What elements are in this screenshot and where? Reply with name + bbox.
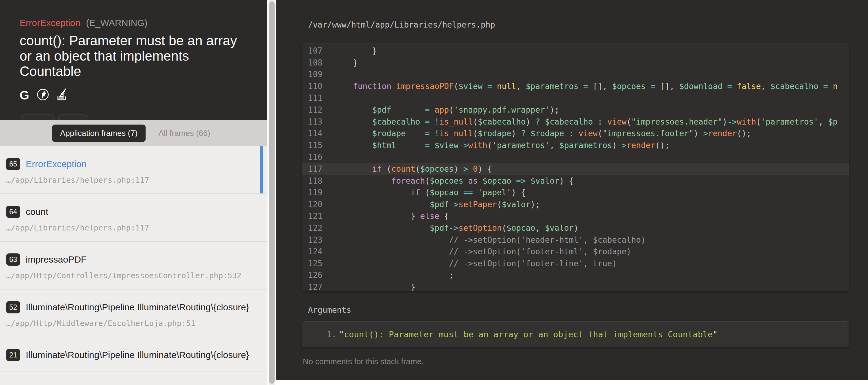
line-number: 126 [302,269,328,281]
exception-header: ErrorException (E_WARNING) count(): Para… [0,0,267,120]
duckduckgo-search-icon[interactable] [36,88,49,102]
no-comments-text: No comments for this stack frame. [303,357,424,366]
line-code: $cabecalho = !is_null($cabecalho) ? $cab… [328,116,838,128]
line-code: // ->setOption('header-html', $cabecalho… [328,234,646,246]
frame-head: 52Illuminate\Routing\Pipeline Illuminate… [6,299,254,315]
line-code: } [328,57,358,69]
line-number: 109 [302,69,328,80]
code-line: 120 $pdf->setPaper($valor); [302,199,849,211]
line-number: 127 [302,281,328,291]
google-search-icon[interactable]: G [20,89,29,101]
frames-list: 65ErrorException…/app/Libraries/helpers.… [0,146,267,385]
line-number: 122 [302,222,328,234]
frame-name: Illuminate\Routing\Pipeline Illuminate\R… [26,347,249,363]
frame-path: …/app/Http/Controllers/ImpressoesControl… [6,271,254,280]
line-number: 107 [302,45,328,57]
frame-path: …/app/Libraries/helpers.php:117 [6,223,254,233]
code-line: 125 // ->setOption('footer-line', true) [302,258,849,270]
frame-path: …/app/Libraries/helpers.php:117 [6,176,254,185]
tab-all-frames[interactable]: All frames (66) [157,128,212,138]
line-code: $rodape = !is_null($rodape) ? $rodape : … [328,128,751,140]
line-code: foreach($opcoes as $opcao => $valor) { [328,175,574,187]
frame-detail-panel: /var/www/html/app/Libraries/helpers.php … [276,0,868,380]
line-code: // ->setOption('footer-html', $rodape) [328,246,631,258]
line-code: if (count($opcoes) > 0) { [328,163,492,175]
arguments-heading: Arguments [308,306,351,315]
code-line: 113 $cabecalho = !is_null($cabecalho) ? … [302,116,849,128]
line-code [328,92,334,104]
code-viewer: 107 }108 }109110 function impressaoPDF($… [302,43,849,291]
line-code: $pdf->setPaper($valor); [328,199,540,211]
line-number: 121 [302,210,328,222]
line-number: 117 [302,163,328,175]
frame-index-badge: 63 [6,253,20,266]
frame-name: ErrorException [26,156,87,172]
frame-row[interactable]: 65ErrorException…/app/Libraries/helpers.… [0,146,267,194]
line-number: 113 [302,116,328,128]
exception-message: count(): Parameter must be an array or a… [20,33,240,79]
code-line: 123 // ->setOption('header-html', $cabec… [302,234,849,246]
line-code: $pdf = app('snappy.pdf.wrapper'); [328,104,559,116]
code-line: 111 [302,92,849,104]
code-line-highlighted: 117 if (count($opcoes) > 0) { [302,163,849,175]
line-code: ; [328,269,454,281]
line-number: 114 [302,128,328,140]
argument-value: count(): Parameter must be an array or a… [344,329,713,339]
code-line: 122 $pdf->setOption($opcao, $valor) [302,222,849,234]
argument-index: 1. [322,329,337,339]
exception-class: ErrorException [20,18,80,28]
line-code: } [328,281,415,291]
line-number: 125 [302,258,328,270]
exception-severity: (E_WARNING) [86,18,148,28]
line-number: 111 [302,92,328,104]
line-number: 124 [302,246,328,258]
frame-row[interactable]: 52Illuminate\Routing\Pipeline Illuminate… [0,289,267,337]
argument-open-quote: " [339,329,344,339]
frame-head: 21Illuminate\Routing\Pipeline Illuminate… [6,347,254,363]
stackoverflow-search-icon[interactable] [57,88,67,102]
line-code: if ($opcao == 'papel') { [328,187,526,199]
code-line: 127 } [302,281,849,291]
frame-name: impressaoPDF [26,252,87,268]
line-number: 108 [302,57,328,69]
argument-item: 1."count(): Parameter must be an array o… [302,329,849,339]
frame-name: count [26,204,48,220]
left-panel: ErrorException (E_WARNING) count(): Para… [0,0,267,385]
code-line: 112 $pdf = app('snappy.pdf.wrapper'); [302,104,849,116]
frame-index-badge: 52 [6,301,20,313]
code-line: 114 $rodape = !is_null($rodape) ? $rodap… [302,128,849,140]
exception-title: ErrorException (E_WARNING) [20,18,254,28]
line-number: 116 [302,151,328,163]
error-page: ErrorException (E_WARNING) count(): Para… [0,0,868,385]
line-code [328,69,334,80]
clipped-header-button-1[interactable] [21,114,55,120]
code-line: 115 $html = $view->with('parametros', $p… [302,140,849,151]
code-line: 118 foreach($opcoes as $opcao => $valor)… [302,175,849,187]
frame-row[interactable]: 21Illuminate\Routing\Pipeline Illuminate… [0,337,267,372]
frame-path: …/app/Http/Middleware/EscolherLoja.php:5… [6,319,254,328]
line-code: $html = $view->with('parametros', $param… [328,140,670,151]
line-number: 123 [302,234,328,246]
tab-application-frames[interactable]: Application frames (7) [52,125,146,142]
code-line: 116 [302,151,849,163]
line-number: 119 [302,187,328,199]
frame-row[interactable]: 64count…/app/Libraries/helpers.php:117 [0,194,267,242]
arguments-box: 1."count(): Parameter must be an array o… [302,321,849,347]
line-number: 110 [302,80,328,93]
argument-close-quote: " [713,329,717,339]
code-line: 126 ; [302,269,849,281]
line-code: // ->setOption('footer-line', true) [328,258,617,270]
line-number: 115 [302,140,328,151]
code-line: 108 } [302,57,849,69]
code-line: 124 // ->setOption('footer-html', $rodap… [302,246,849,258]
line-code: $pdf->setOption($opcao, $valor) [328,222,578,234]
clipped-header-button-2[interactable] [58,114,88,120]
line-code: function impressaoPDF($view = null, $par… [328,80,838,93]
code-line: 119 if ($opcao == 'papel') { [302,187,849,199]
frame-row[interactable]: 63impressaoPDF…/app/Http/Controllers/Imp… [0,242,267,289]
code-line: 107 } [302,45,849,57]
frame-index-badge: 65 [6,158,20,170]
line-code: } [328,45,377,57]
frames-scrollbar-thumb[interactable] [269,1,275,384]
frame-index-badge: 21 [6,349,20,361]
